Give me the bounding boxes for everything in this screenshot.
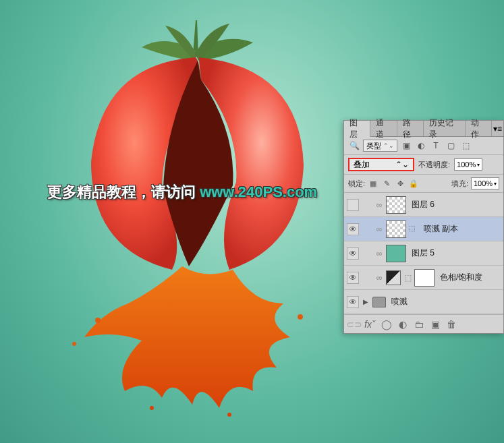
lock-all-icon[interactable]: 🔒 <box>408 178 419 189</box>
blend-mode-dropdown[interactable]: 叠加 ⌃⌄ <box>348 158 414 171</box>
panel-tabs: 图层 通道 路径 历史记录 动作 ▾≡ <box>344 121 503 137</box>
trash-icon[interactable]: 🗑 <box>445 318 457 330</box>
mask-link-icon[interactable]: ⬚ <box>403 273 412 283</box>
svg-point-3 <box>150 406 154 410</box>
layer-name-label[interactable]: 色相/饱和度 <box>437 272 501 283</box>
visibility-toggle[interactable]: 👁 <box>347 272 359 284</box>
lock-brush-icon[interactable]: ✎ <box>381 178 392 189</box>
new-layer-icon[interactable]: ▣ <box>429 318 441 330</box>
filter-kind-dropdown[interactable]: 类型 ⌃⌄ <box>363 140 397 152</box>
adjustment-thumbnail[interactable] <box>386 270 401 285</box>
fx-icon[interactable]: fx˅ <box>364 318 376 330</box>
layer-row[interactable]: 👁 ∞ ⬚ 色相/饱和度 <box>344 266 503 290</box>
filter-pixel-icon[interactable]: ▣ <box>400 140 412 152</box>
svg-point-1 <box>72 342 76 346</box>
layers-panel: 图层 通道 路径 历史记录 动作 ▾≡ 🔍 类型 ⌃⌄ ▣ ◐ T ▢ ⬚ 叠加… <box>343 120 504 334</box>
opacity-value: 100% <box>457 160 476 169</box>
filter-kind-label: 类型 <box>366 141 381 151</box>
layer-name-label[interactable]: 图层 5 <box>409 247 501 259</box>
layer-row[interactable]: 👁 ∞ 图层 5 <box>344 241 503 266</box>
layer-name-label[interactable]: 喷溅 副本 <box>421 223 501 235</box>
layer-name-label[interactable]: 喷溅 <box>389 296 501 307</box>
svg-point-0 <box>95 318 101 323</box>
link-layers-icon[interactable]: ⊂⊃ <box>348 318 360 330</box>
blend-mode-value: 叠加 <box>354 159 370 171</box>
opacity-input[interactable]: 100% ▾ <box>454 158 482 171</box>
watermark-text: 更多精品教程，请访问 www.240PS.com <box>47 182 317 202</box>
search-icon[interactable]: 🔍 <box>348 140 360 152</box>
adjustment-icon[interactable]: ◐ <box>397 318 409 330</box>
filter-smart-icon[interactable]: ⬚ <box>459 140 472 152</box>
visibility-toggle[interactable]: 👁 <box>347 199 359 211</box>
smart-object-icon: ⬚ <box>409 225 418 234</box>
mask-thumbnail[interactable] <box>414 269 435 287</box>
layer-thumbnail[interactable] <box>386 220 406 238</box>
tab-layers[interactable]: 图层 <box>344 121 370 137</box>
mask-icon[interactable]: ◯ <box>381 318 393 330</box>
layer-thumbnail[interactable] <box>386 245 406 262</box>
filter-adjust-icon[interactable]: ◐ <box>415 140 427 152</box>
tab-actions[interactable]: 动作 <box>466 121 492 136</box>
fill-label: 填充: <box>451 179 468 189</box>
chevron-down-icon: ▾ <box>477 162 480 168</box>
chevron-updown-icon: ⌃⌄ <box>395 160 409 169</box>
folder-icon[interactable] <box>372 297 386 307</box>
layers-list: 👁 ∞ 图层 6 👁 ∞ ⬚ 喷溅 副本 👁 ∞ 图层 5 👁 ∞ ⬚ <box>344 193 503 314</box>
visibility-toggle[interactable]: 👁 <box>347 296 359 308</box>
layer-row[interactable]: 👁 ∞ ⬚ 喷溅 副本 <box>344 217 503 241</box>
visibility-toggle[interactable]: 👁 <box>347 223 359 235</box>
tomato-artwork <box>54 0 337 418</box>
lock-position-icon[interactable]: ✥ <box>395 178 405 189</box>
blend-row: 叠加 ⌃⌄ 不透明度: 100% ▾ <box>344 155 503 175</box>
chevron-updown-icon: ⌃⌄ <box>383 143 394 148</box>
fill-value: 100% <box>474 179 493 187</box>
tab-channels[interactable]: 通道 <box>370 121 397 136</box>
disclosure-triangle-icon[interactable]: ▶ <box>362 298 370 305</box>
link-icon[interactable]: ∞ <box>375 200 383 210</box>
layer-row[interactable]: 👁 ▶ 喷溅 <box>344 290 503 314</box>
watermark-url: www.240PS.com <box>200 183 317 200</box>
link-icon[interactable]: ∞ <box>375 273 383 283</box>
opacity-label: 不透明度: <box>418 160 450 170</box>
filter-text-icon[interactable]: T <box>430 140 442 152</box>
layer-name-label[interactable]: 图层 6 <box>409 199 501 210</box>
panel-menu-icon[interactable]: ▾≡ <box>492 121 503 136</box>
tab-history[interactable]: 历史记录 <box>424 121 466 136</box>
lock-transparency-icon[interactable]: ▦ <box>368 178 379 189</box>
svg-point-4 <box>227 413 231 417</box>
panel-footer: ⊂⊃ fx˅ ◯ ◐ 🗀 ▣ 🗑 <box>344 314 503 333</box>
watermark-text-1: 更多精品教程，请访问 <box>47 183 200 200</box>
lock-row: 锁定: ▦ ✎ ✥ 🔒 填充: 100% ▾ <box>344 175 503 193</box>
link-icon[interactable]: ∞ <box>375 249 383 258</box>
layer-row[interactable]: 👁 ∞ 图层 6 <box>344 193 503 217</box>
fill-input[interactable]: 100% ▾ <box>471 177 499 189</box>
group-icon[interactable]: 🗀 <box>413 318 425 330</box>
chevron-down-icon: ▾ <box>494 181 497 187</box>
link-icon[interactable]: ∞ <box>375 225 383 234</box>
lock-label: 锁定: <box>348 179 365 189</box>
visibility-toggle[interactable]: 👁 <box>347 247 359 260</box>
filter-shape-icon[interactable]: ▢ <box>445 140 457 152</box>
tab-paths[interactable]: 路径 <box>397 121 424 136</box>
svg-point-2 <box>298 314 303 320</box>
layer-thumbnail[interactable] <box>386 196 406 214</box>
